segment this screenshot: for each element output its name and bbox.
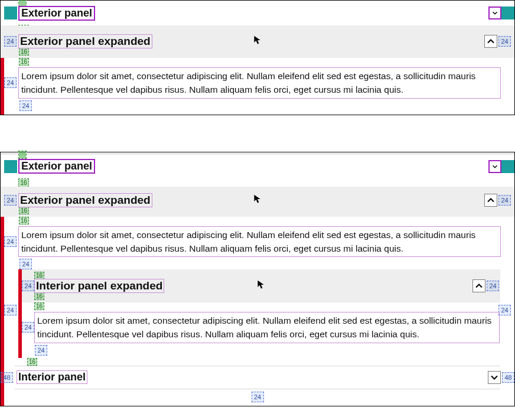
- margin-48: 48: [502, 372, 514, 383]
- spec-block-2: Exterior panel 16 24 Exterior panel expa…: [0, 152, 515, 406]
- exterior-panel-title: Exterior panel: [18, 159, 95, 174]
- cursor-icon: [253, 194, 262, 206]
- margin-24: 24: [22, 281, 34, 291]
- chevron-down-icon[interactable]: [488, 160, 501, 173]
- margin-24: 24: [35, 345, 47, 356]
- margin-24: 24: [498, 305, 511, 315]
- margin-24: 24: [252, 392, 264, 402]
- chevron-up-icon[interactable]: [484, 194, 497, 207]
- spacing-16: 16: [19, 207, 29, 214]
- panel-body-text: Lorem ipsum dolor sit amet, consectetur …: [19, 227, 500, 257]
- panel-body-row: 24 Lorem ipsum dolor sit amet, consectet…: [1, 224, 514, 259]
- margin-24: 24: [498, 195, 511, 206]
- interior-panel: 16 24 Interior panel expanded: [15, 269, 500, 358]
- exterior-panel-title: Exterior panel: [18, 6, 95, 21]
- chevron-up-icon[interactable]: [484, 35, 497, 48]
- interior-body-text: Lorem ipsum dolor sit amet, consectetur …: [35, 312, 499, 343]
- chevron-down-icon[interactable]: [488, 6, 501, 19]
- spacing-16: 16: [19, 179, 28, 187]
- margin-24: 24: [498, 36, 511, 47]
- chevron-down-icon[interactable]: [488, 371, 501, 384]
- spacing-16: 16: [19, 48, 29, 56]
- teal-marker-right: [501, 6, 514, 19]
- exterior-panel-collapsed-row[interactable]: Exterior panel: [1, 154, 514, 179]
- bottom-margin-row: 24: [1, 389, 514, 406]
- spacing-16: 16: [34, 272, 44, 279]
- margin-24: 24: [4, 236, 17, 247]
- teal-marker-left: [4, 160, 17, 173]
- teal-marker-left: [4, 6, 17, 19]
- interior-panel-collapsed-row[interactable]: 48 Interior panel 48: [15, 366, 500, 389]
- exterior-panel-collapsed-row[interactable]: Exterior panel: [1, 1, 514, 25]
- margin-24: 24: [4, 195, 17, 206]
- interior-panel-expanded-header[interactable]: 16 24 Interior panel expanded: [22, 269, 500, 302]
- interior-panel-title: Interior panel: [17, 371, 87, 383]
- margin-24: 24: [19, 259, 32, 269]
- exterior-panel-expanded-header[interactable]: 24 Exterior panel expanded 24 16: [1, 187, 514, 217]
- interior-expanded-title: Interior panel expanded: [35, 279, 164, 292]
- exterior-panel-expanded-header[interactable]: 24 Exterior panel expanded 24 16: [1, 25, 514, 58]
- spacing-16: 16: [27, 358, 37, 366]
- margin-24: 24: [19, 100, 32, 111]
- panel-body-row: 24 Lorem ipsum dolor sit amet, consectet…: [1, 66, 514, 100]
- margin-24: 24: [4, 77, 17, 88]
- spacing-16: 16: [19, 217, 29, 224]
- margin-48: 48: [1, 372, 13, 383]
- spacing-16: 16: [34, 292, 44, 300]
- spec-block-1: Exterior panel 16 24 Exterior panel expa…: [0, 0, 515, 115]
- teal-marker-right: [501, 160, 514, 173]
- cursor-icon: [257, 280, 265, 292]
- expanded-panel-title: Exterior panel expanded: [19, 35, 152, 48]
- margin-24: 24: [4, 36, 17, 47]
- margin-24: 24: [487, 281, 499, 291]
- cursor-icon: [253, 35, 262, 47]
- expanded-panel-title: Exterior panel expanded: [19, 194, 152, 207]
- margin-24: 24: [22, 322, 34, 333]
- interior-body-row: 24 Lorem ipsum dolor sit amet, consectet…: [22, 310, 500, 345]
- chevron-up-icon[interactable]: [472, 279, 485, 292]
- panel-body-text: Lorem ipsum dolor sit amet, consectetur …: [19, 68, 500, 98]
- spacing-16: 16: [19, 58, 29, 66]
- spacing-16: 16: [34, 302, 44, 310]
